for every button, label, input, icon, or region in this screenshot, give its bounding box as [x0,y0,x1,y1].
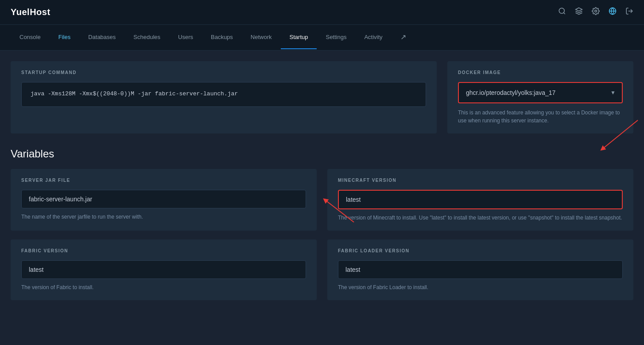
fabric-loader-version-hint: The version of Fabric Loader to install. [338,283,623,291]
top-bar: YuelHost [0,0,644,25]
subnav-console[interactable]: Console [11,26,50,49]
docker-image-card: DOCKER IMAGE ghcr.io/pterodactyl/yolks:j… [447,61,633,133]
svg-marker-2 [576,8,582,12]
server-jar-label: SERVER JAR FILE [21,178,306,183]
fabric-version-card: FABRIC VERSION The version of Fabric to … [11,239,317,300]
subnav-network[interactable]: Network [242,26,281,49]
fabric-version-input[interactable] [21,260,306,279]
top-bar-icons [558,7,633,17]
server-jar-input[interactable] [21,190,306,208]
svg-point-0 [559,8,564,13]
fabric-loader-version-label: FABRIC LOADER VERSION [338,248,623,253]
minecraft-version-hint: The version of Minecraft to install. Use… [338,214,623,222]
subnav-databases[interactable]: Databases [79,26,124,49]
minecraft-version-input[interactable] [338,190,623,209]
subnav-schedules[interactable]: Schedules [124,26,169,49]
server-jar-hint: The name of the server jarfile to run th… [21,213,306,221]
sub-nav: Console Files Databases Schedules Users … [0,25,644,51]
docker-select-wrapper: ghcr.io/pterodactyl/yolks:java_17 ▼ [458,82,623,103]
docker-image-label: DOCKER IMAGE [458,70,623,75]
fabric-version-hint: The version of Fabric to install. [21,283,306,291]
subnav-settings[interactable]: Settings [317,26,355,49]
subnav-backups[interactable]: Backups [202,26,242,49]
fabric-version-label: FABRIC VERSION [21,248,306,253]
startup-command-value: java -Xms128M -Xmx$((2048-0))M -jar fabr… [21,82,426,107]
fabric-loader-version-input[interactable] [338,260,623,279]
search-icon[interactable] [558,7,566,17]
gear-icon[interactable] [592,7,600,17]
minecraft-version-card: MINECRAFT VERSION The version of Minecra… [327,169,633,231]
variables-title: Variables [11,148,633,160]
variables-grid: SERVER JAR FILE The name of the server j… [11,169,633,300]
minecraft-version-label: MINECRAFT VERSION [338,178,623,183]
variables-row-1: SERVER JAR FILE The name of the server j… [11,169,633,231]
subnav-external[interactable]: ↗ [392,25,415,50]
startup-command-label: STARTUP COMMAND [21,70,426,75]
subnav-users[interactable]: Users [169,26,202,49]
app-logo: YuelHost [11,7,50,17]
startup-command-card: STARTUP COMMAND java -Xms128M -Xmx$((204… [11,61,437,133]
logout-icon[interactable] [625,7,633,17]
subnav-activity[interactable]: Activity [355,26,391,49]
top-cards-row: STARTUP COMMAND java -Xms128M -Xmx$((204… [11,61,633,133]
docker-hint-text: This is an advanced feature allowing you… [458,109,623,125]
svg-point-3 [595,10,597,12]
docker-image-select[interactable]: ghcr.io/pterodactyl/yolks:java_17 [459,83,622,102]
subnav-startup[interactable]: Startup [281,26,317,49]
layers-icon[interactable] [575,7,583,17]
variables-row-2: FABRIC VERSION The version of Fabric to … [11,239,633,300]
globe-icon[interactable] [609,7,617,17]
fabric-loader-version-card: FABRIC LOADER VERSION The version of Fab… [327,239,633,300]
subnav-files[interactable]: Files [50,26,79,49]
main-content: STARTUP COMMAND java -Xms128M -Xmx$((204… [0,51,644,311]
svg-line-1 [563,12,565,14]
server-jar-card: SERVER JAR FILE The name of the server j… [11,169,317,231]
